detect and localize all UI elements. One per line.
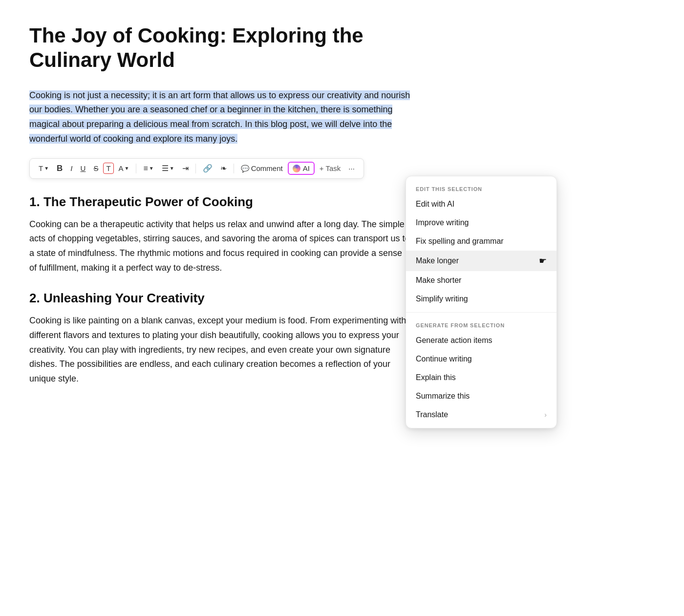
- make-shorter-item[interactable]: Make shorter: [406, 271, 556, 290]
- section-1-content: Cooking can be a therapeutic activity th…: [29, 217, 410, 276]
- section-2-heading: 2. Unleashing Your Creativity: [29, 291, 410, 306]
- more-options-button[interactable]: ···: [345, 162, 358, 174]
- cursor-pointer-icon: ☛: [539, 255, 547, 266]
- continue-writing-item[interactable]: Continue writing: [406, 350, 556, 368]
- summarize-this-item[interactable]: Summarize this: [406, 387, 556, 405]
- editor-area: The Joy of Cooking: Exploring the Culina…: [0, 0, 440, 422]
- edit-section-label: EDIT THIS SELECTION: [406, 180, 556, 195]
- quote-button[interactable]: ❧: [217, 162, 230, 175]
- toolbar-divider-2: [195, 164, 196, 173]
- edit-with-ai-item[interactable]: Edit with AI: [406, 195, 556, 213]
- translate-chevron-icon: ›: [544, 411, 547, 419]
- generate-section-label: GENERATE FROM SELECTION: [406, 317, 556, 331]
- ai-icon: [293, 165, 300, 172]
- bold-button[interactable]: B: [54, 162, 65, 175]
- align-button[interactable]: ≡ ▼: [140, 162, 156, 175]
- simplify-writing-item[interactable]: Simplify writing: [406, 290, 556, 308]
- selected-paragraph: Cooking is not just a necessity; it is a…: [29, 88, 410, 147]
- font-color-button[interactable]: A ▼: [116, 162, 132, 174]
- ai-button[interactable]: AI: [288, 162, 315, 175]
- ai-dropdown-menu: EDIT THIS SELECTION Edit with AI Improve…: [406, 176, 557, 428]
- list-button[interactable]: ☰ ▼: [159, 162, 177, 175]
- improve-writing-item[interactable]: Improve writing: [406, 213, 556, 232]
- explain-this-item[interactable]: Explain this: [406, 368, 556, 387]
- text-style-button[interactable]: T ▼: [36, 162, 52, 174]
- link-button[interactable]: 🔗: [200, 162, 215, 175]
- formatting-toolbar: T ▼ B I U S T A ▼ ≡ ▼ ☰ ▼ ⇥: [29, 158, 364, 179]
- generate-action-items-item[interactable]: Generate action items: [406, 331, 556, 350]
- indent-button[interactable]: ⇥: [179, 162, 192, 175]
- fix-spelling-item[interactable]: Fix spelling and grammar: [406, 232, 556, 251]
- section-1-heading: 1. The Therapeutic Power of Cooking: [29, 194, 410, 210]
- selected-text-content: Cooking is not just a necessity; it is a…: [29, 90, 410, 144]
- highlight-button[interactable]: T: [103, 163, 113, 174]
- dropdown-divider: [406, 312, 556, 313]
- comment-button[interactable]: 💬 Comment: [238, 162, 286, 174]
- task-button[interactable]: + Task: [317, 162, 344, 174]
- toolbar-divider-3: [234, 164, 234, 173]
- document-title: The Joy of Cooking: Exploring the Culina…: [29, 23, 410, 73]
- toolbar-divider-1: [136, 164, 136, 173]
- make-longer-item[interactable]: Make longer ☛: [406, 251, 556, 271]
- translate-item[interactable]: Translate ›: [406, 405, 556, 424]
- underline-button[interactable]: U: [78, 162, 89, 174]
- section-2-content: Cooking is like painting on a blank canv…: [29, 314, 410, 386]
- strikethrough-button[interactable]: S: [90, 162, 101, 174]
- italic-button[interactable]: I: [67, 162, 75, 174]
